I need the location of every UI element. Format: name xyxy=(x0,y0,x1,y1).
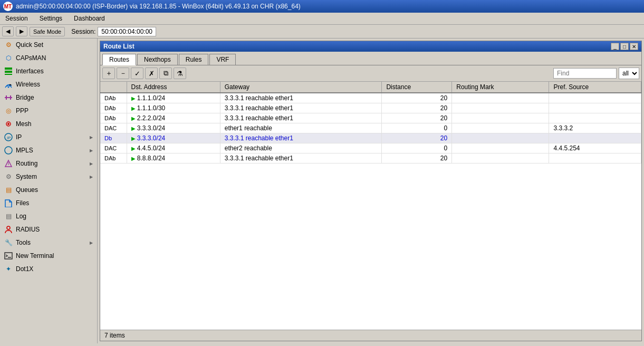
col-pref-source[interactable]: Pref. Source xyxy=(549,82,641,93)
cell-dst: ▶ 2.2.2.0/24 xyxy=(127,113,220,123)
forward-button[interactable]: ▶ xyxy=(16,26,27,36)
sidebar-label-capsman: CAPsMAN xyxy=(16,54,46,62)
table-row[interactable]: DAC ▶ 3.3.3.0/24 ether1 reachable 0 3.3.… xyxy=(100,123,641,133)
arrow-icon: ▶ xyxy=(131,105,136,111)
main-layout: ⚙ Quick Set ⬡ CAPsMAN Interfaces xyxy=(0,39,644,343)
new-terminal-icon xyxy=(4,252,13,260)
cell-routing-mark xyxy=(452,123,549,133)
routes-table: Dst. Address Gateway Distance Routing Ma… xyxy=(100,82,641,164)
menu-settings[interactable]: Settings xyxy=(36,14,65,23)
tab-rules[interactable]: Rules xyxy=(179,54,209,65)
remove-route-button[interactable]: － xyxy=(117,68,129,79)
cross-route-button[interactable]: ✗ xyxy=(145,68,158,79)
arrow-icon: ▶ xyxy=(131,146,136,151)
find-select[interactable]: all xyxy=(619,68,639,79)
table-row[interactable]: DAb ▶ 8.8.8.0/24 3.3.3.1 reachable ether… xyxy=(100,153,641,164)
radius-icon xyxy=(4,225,13,234)
close-button[interactable]: ✕ xyxy=(630,43,638,50)
sidebar-item-capsman[interactable]: ⬡ CAPsMAN xyxy=(0,52,97,65)
col-dst-address[interactable]: Dst. Address xyxy=(127,82,220,93)
copy-route-button[interactable]: ⧉ xyxy=(159,68,172,79)
cell-pref-source xyxy=(549,103,641,113)
safe-mode-button[interactable]: Safe Mode xyxy=(30,27,65,36)
interfaces-icon xyxy=(4,67,13,75)
menu-session[interactable]: Session xyxy=(2,14,31,23)
tab-vrf[interactable]: VRF xyxy=(209,54,236,65)
sidebar-item-queues[interactable]: ▤ Queues xyxy=(0,184,97,197)
svg-point-14 xyxy=(7,226,10,229)
arrow-icon: ▶ xyxy=(131,136,136,141)
sidebar-item-log[interactable]: ▤ Log xyxy=(0,210,97,223)
cell-routing-mark xyxy=(452,143,549,153)
sidebar-item-tools[interactable]: 🔧 Tools xyxy=(0,236,97,249)
maximize-button[interactable]: □ xyxy=(620,43,629,50)
tab-routes[interactable]: Routes xyxy=(102,54,136,65)
filter-route-button[interactable]: ⚗ xyxy=(174,68,186,79)
session-value: 50:00:00:04:00:00 xyxy=(98,27,156,36)
sidebar-label-queues: Queues xyxy=(16,186,38,194)
table-row[interactable]: DAb ▶ 1.1.1.0/30 3.3.3.1 reachable ether… xyxy=(100,103,641,113)
minimize-button[interactable]: _ xyxy=(611,43,619,50)
cell-status: DAb xyxy=(100,153,127,164)
sidebar: ⚙ Quick Set ⬡ CAPsMAN Interfaces xyxy=(0,39,98,343)
sidebar-item-ip[interactable]: IP IP xyxy=(0,131,97,144)
col-gateway[interactable]: Gateway xyxy=(220,82,382,93)
sidebar-item-dot1x[interactable]: ✦ Dot1X xyxy=(0,263,97,276)
sidebar-item-radius[interactable]: RADIUS xyxy=(0,223,97,236)
sidebar-item-routing[interactable]: Routing xyxy=(0,157,97,170)
arrow-icon: ▶ xyxy=(131,156,136,161)
col-status[interactable] xyxy=(100,82,127,93)
cell-gateway: ether2 reachable xyxy=(220,143,382,153)
check-route-button[interactable]: ✓ xyxy=(131,68,143,79)
svg-rect-15 xyxy=(5,253,12,259)
cell-pref-source xyxy=(549,93,641,103)
back-button[interactable]: ◀ xyxy=(2,26,14,36)
sidebar-item-files[interactable]: Files xyxy=(0,197,97,210)
title-bar-text: admin@50:00:00:04:00:00 (ISP-Border) via… xyxy=(16,3,301,10)
sidebar-label-bridge: Bridge xyxy=(16,94,34,101)
cell-dst: ▶ 3.3.3.0/24 xyxy=(127,133,220,143)
sidebar-label-radius: RADIUS xyxy=(16,226,40,233)
route-table: Dst. Address Gateway Distance Routing Ma… xyxy=(100,82,641,330)
svg-point-8 xyxy=(7,123,9,125)
col-distance[interactable]: Distance xyxy=(382,82,452,93)
menu-bar: Session Settings Dashboard xyxy=(0,13,644,25)
cell-dst: ▶ 1.1.1.0/30 xyxy=(127,103,220,113)
sidebar-label-wireless: Wireless xyxy=(16,81,40,88)
table-header-row: Dst. Address Gateway Distance Routing Ma… xyxy=(100,82,641,93)
sidebar-label-files: Files xyxy=(16,199,29,207)
sidebar-item-mesh[interactable]: Mesh xyxy=(0,118,97,131)
tab-nexthops[interactable]: Nexthops xyxy=(137,54,178,65)
sidebar-item-quick-set[interactable]: ⚙ Quick Set xyxy=(0,39,97,52)
find-input[interactable] xyxy=(553,68,617,79)
dot1x-icon: ✦ xyxy=(4,265,13,273)
cell-status: DAb xyxy=(100,103,127,113)
cell-distance: 20 xyxy=(382,93,452,103)
menu-dashboard[interactable]: Dashboard xyxy=(71,14,108,23)
col-routing-mark[interactable]: Routing Mark xyxy=(452,82,549,93)
arrow-icon: ▶ xyxy=(131,116,136,121)
table-row[interactable]: Db ▶ 3.3.3.0/24 3.3.3.1 reachable ether1… xyxy=(100,133,641,143)
sidebar-item-wireless[interactable]: Wireless xyxy=(0,78,97,91)
cell-gateway: 3.3.3.1 reachable ether1 xyxy=(220,113,382,123)
table-row[interactable]: DAb ▶ 1.1.1.0/24 3.3.3.1 reachable ether… xyxy=(100,93,641,103)
sidebar-label-ip: IP xyxy=(16,133,22,141)
ip-icon: IP xyxy=(4,133,13,141)
cell-routing-mark xyxy=(452,93,549,103)
add-route-button[interactable]: ＋ xyxy=(102,68,115,79)
cell-status: DAb xyxy=(100,113,127,123)
arrow-icon: ▶ xyxy=(131,95,136,101)
sidebar-item-bridge[interactable]: Bridge xyxy=(0,91,97,104)
ppp-icon: ◎ xyxy=(4,107,13,115)
svg-rect-1 xyxy=(5,71,12,73)
sidebar-item-new-terminal[interactable]: New Terminal xyxy=(0,249,97,263)
cell-gateway: 3.3.3.1 reachable ether1 xyxy=(220,153,382,164)
sidebar-item-interfaces[interactable]: Interfaces xyxy=(0,65,97,78)
sidebar-item-system[interactable]: ⚙ System xyxy=(0,170,97,184)
sidebar-label-interfaces: Interfaces xyxy=(16,68,44,75)
sidebar-item-ppp[interactable]: ◎ PPP xyxy=(0,104,97,118)
table-row[interactable]: DAC ▶ 4.4.5.0/24 ether2 reachable 0 4.4.… xyxy=(100,143,641,153)
svg-point-3 xyxy=(8,86,9,88)
sidebar-item-mpls[interactable]: MPLS xyxy=(0,144,97,157)
table-row[interactable]: DAb ▶ 2.2.2.0/24 3.3.3.1 reachable ether… xyxy=(100,113,641,123)
